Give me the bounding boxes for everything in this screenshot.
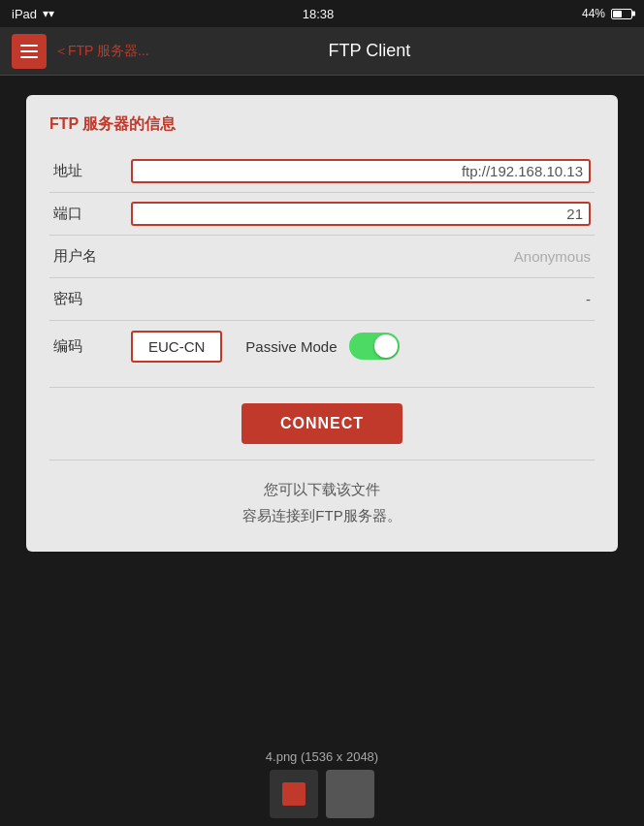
device-label: iPad <box>12 7 37 21</box>
address-label: 地址 <box>53 162 131 180</box>
battery-icon <box>611 9 632 19</box>
divider2 <box>49 460 595 461</box>
toggle-knob <box>374 334 398 358</box>
encoding-select[interactable]: EUC-CN <box>131 331 222 363</box>
address-row: 地址 ftp://192.168.10.13 <box>49 150 595 193</box>
ftp-info-card: FTP 服务器的信息 地址 ftp://192.168.10.13 端口 21 … <box>26 95 618 552</box>
status-bar: iPad ▾▾ 18:38 44% <box>0 0 644 27</box>
time-display: 18:38 <box>303 7 335 21</box>
info-line1: 您可以下载该文件 <box>49 476 595 502</box>
thumbnail-strip <box>270 770 374 818</box>
encoding-label: 编码 <box>53 337 131 356</box>
password-row: 密码 - <box>49 278 595 321</box>
address-value[interactable]: ftp://192.168.10.13 <box>131 159 591 183</box>
port-label: 端口 <box>53 205 131 223</box>
passive-mode-label: Passive Mode <box>245 338 337 355</box>
thumbnail-icon <box>282 782 306 806</box>
battery-percent: 44% <box>582 7 605 20</box>
thumbnail-item[interactable] <box>270 770 318 818</box>
back-button[interactable]: ＜FTP 服务器... <box>54 43 149 60</box>
username-label: 用户名 <box>53 247 131 266</box>
info-text: 您可以下载该文件 容易连接到FTP服务器。 <box>49 476 595 528</box>
thumbnail-label: 4.png (1536 x 2048) <box>266 749 378 764</box>
password-label: 密码 <box>53 290 131 308</box>
port-value[interactable]: 21 <box>131 202 591 226</box>
encoding-row: 编码 EUC-CN Passive Mode <box>49 321 595 371</box>
status-left: iPad ▾▾ <box>12 7 54 21</box>
thumbnail-item-2[interactable] <box>326 770 374 818</box>
divider <box>49 387 595 388</box>
passive-mode-toggle[interactable] <box>349 333 400 360</box>
username-row: 用户名 Anonymous <box>49 236 595 278</box>
bottom-area: 4.png (1536 x 2048) <box>0 739 644 826</box>
main-content: FTP 服务器的信息 地址 ftp://192.168.10.13 端口 21 … <box>0 76 644 826</box>
port-row: 端口 21 <box>49 193 595 236</box>
connect-button[interactable]: CONNECT <box>242 403 402 444</box>
password-value[interactable]: - <box>131 291 591 307</box>
status-right: 44% <box>582 7 632 20</box>
nav-bar: ＜FTP 服务器... FTP Client <box>0 27 644 76</box>
wifi-icon: ▾▾ <box>43 7 54 20</box>
menu-button[interactable] <box>12 34 47 69</box>
info-line2: 容易连接到FTP服务器。 <box>49 502 595 528</box>
page-title: FTP Client <box>149 41 590 61</box>
connect-btn-wrapper: CONNECT <box>49 403 595 444</box>
username-value[interactable]: Anonymous <box>131 248 591 265</box>
card-title: FTP 服务器的信息 <box>49 114 595 135</box>
